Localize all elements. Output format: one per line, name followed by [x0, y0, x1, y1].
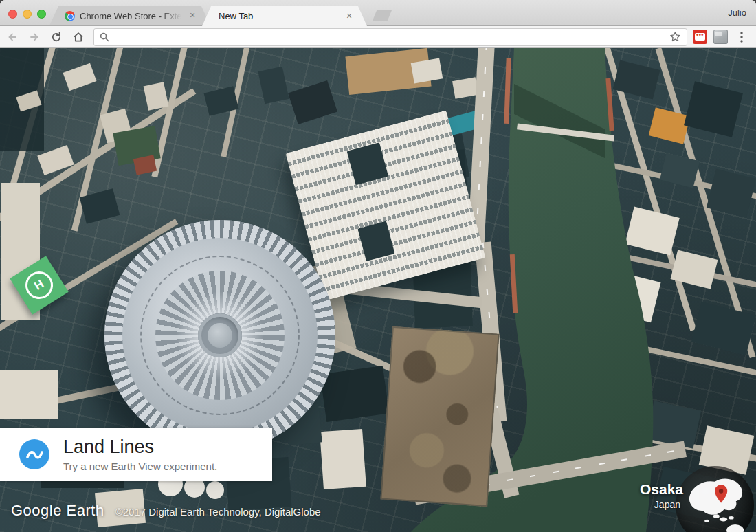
tab-label: New Tab — [219, 11, 341, 21]
construction-site — [380, 326, 499, 507]
land-lines-card[interactable]: Land Lines Try a new Earth View experime… — [0, 428, 272, 481]
earth-view-map: H Land Lines Try a new Earth View experi… — [0, 48, 756, 532]
new-tab-button[interactable] — [373, 10, 392, 21]
window-controls — [8, 10, 46, 19]
mall-rooftop-structure — [347, 142, 388, 185]
map-road-or-bridge — [605, 78, 614, 131]
lastpass-dots: ••• — [695, 33, 705, 41]
address-input[interactable] — [115, 32, 669, 42]
close-window-button[interactable] — [8, 10, 17, 19]
address-bar[interactable] — [93, 28, 687, 46]
lastpass-extension-icon[interactable]: ••• — [693, 30, 707, 44]
tab-close-icon[interactable]: × — [344, 11, 355, 22]
titlebar: Chrome Web Store - Extension × New Tab ×… — [0, 0, 756, 25]
card-subtitle: Try a new Earth View experiment. — [63, 461, 217, 472]
browser-window: Chrome Web Store - Extension × New Tab ×… — [0, 0, 756, 532]
dome-cap — [208, 323, 232, 348]
browser-menu-button[interactable] — [734, 32, 749, 43]
google-earth-logo[interactable]: Google Earth — [11, 502, 104, 520]
osaka-dome — [104, 220, 335, 451]
map-road-or-bridge — [517, 123, 614, 141]
globe-icon[interactable] — [676, 466, 754, 532]
minimize-window-button[interactable] — [23, 10, 32, 19]
profile-name[interactable]: Julio — [728, 8, 746, 18]
tab-new-tab[interactable]: New Tab × — [202, 6, 367, 26]
bookmark-star-icon[interactable] — [669, 31, 681, 43]
tab-label: Chrome Web Store - Extension — [80, 11, 184, 21]
toolbar: ••• — [0, 25, 756, 48]
reload-button[interactable] — [47, 28, 66, 46]
home-button[interactable] — [69, 28, 88, 46]
earth-view-extension-icon[interactable] — [713, 30, 728, 44]
zoom-window-button[interactable] — [37, 10, 46, 19]
tab-close-icon[interactable]: × — [187, 10, 198, 21]
copyright-text: ©2017 Digital Earth Technology, DigitalG… — [115, 506, 321, 518]
back-button[interactable] — [3, 28, 22, 46]
location-city[interactable]: Osaka — [640, 481, 683, 498]
map-road-or-bridge — [504, 58, 511, 124]
location-country: Japan — [654, 499, 680, 510]
chrome-web-store-favicon — [65, 11, 75, 21]
search-icon — [100, 32, 109, 42]
land-lines-icon — [19, 439, 49, 469]
tab-chrome-web-store[interactable]: Chrome Web Store - Extension × — [49, 6, 210, 25]
mall-rooftop-structure — [357, 221, 395, 261]
attribution: Google Earth ©2017 Digital Earth Technol… — [11, 502, 321, 520]
card-title: Land Lines — [63, 436, 217, 458]
kebab-menu-icon — [740, 32, 743, 43]
location-label[interactable]: Osaka Japan — [640, 481, 683, 510]
forward-button[interactable] — [25, 28, 44, 46]
helipad-h-marking: H — [20, 266, 58, 304]
map-road-or-bridge — [510, 254, 518, 313]
